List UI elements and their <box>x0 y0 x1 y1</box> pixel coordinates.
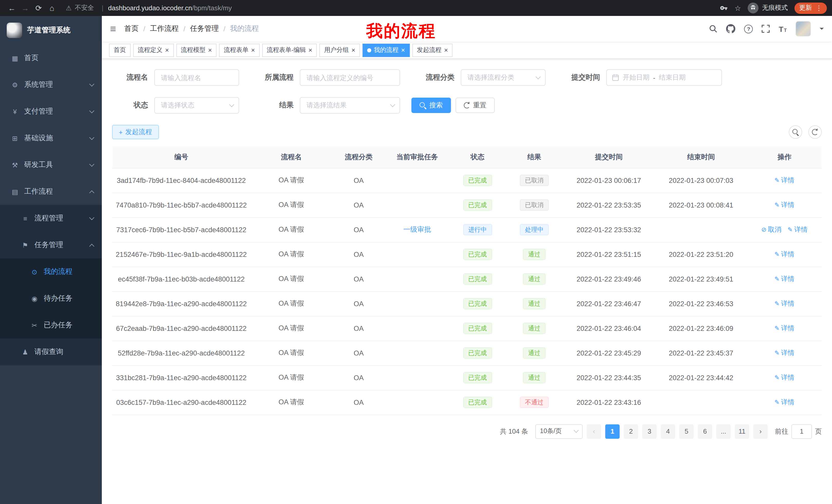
cell-status: 已完成 <box>449 365 506 390</box>
sidebar-item-我的流程[interactable]: ⊙我的流程 <box>0 258 102 285</box>
browser-reload-icon[interactable]: ⟳ <box>32 3 45 12</box>
sidebar-item-系统管理[interactable]: ⚙系统管理 <box>0 72 102 98</box>
breadcrumb-item[interactable]: 任务管理 <box>190 24 219 33</box>
breadcrumb-item[interactable]: 工作流程 <box>150 24 179 33</box>
page-button-11[interactable]: 11 <box>735 424 749 439</box>
tab-label: 发起流程 <box>417 46 441 54</box>
page-button-2[interactable]: 2 <box>624 424 638 439</box>
page-button-6[interactable]: 6 <box>698 424 712 439</box>
page-button-5[interactable]: 5 <box>679 424 694 439</box>
tab-发起流程[interactable]: 发起流程× <box>412 44 452 57</box>
current-task-link[interactable]: 一级审批 <box>404 226 431 233</box>
bookmark-star-icon[interactable]: ☆ <box>734 4 741 12</box>
pagination: 共 104 条 10条/页 ‹ 123456...11 › 前往 页 <box>112 424 822 449</box>
site-security[interactable]: ⚠ 不安全 | <box>66 4 108 12</box>
table-search-toggle-icon[interactable] <box>789 125 802 139</box>
create-process-button[interactable]: + 发起流程 <box>112 125 159 139</box>
sidebar-item-已办任务[interactable]: ✂已办任务 <box>0 312 102 339</box>
parent-process-input[interactable] <box>300 69 400 86</box>
fontsize-icon[interactable]: TT <box>779 25 787 33</box>
sidebar-item-请假查询[interactable]: ♟请假查询 <box>0 339 102 365</box>
sidebar-item-基础设施[interactable]: ⊞基础设施 <box>0 125 102 151</box>
cell-status: 已完成 <box>449 316 506 341</box>
tab-流程模型[interactable]: 流程模型× <box>176 44 216 57</box>
detail-action[interactable]: ✎详情 <box>774 299 795 308</box>
sidebar-item-流程管理[interactable]: ≡流程管理 <box>0 205 102 232</box>
jump-page-input[interactable] <box>791 424 812 439</box>
address-bar[interactable]: dashboard.yudao.iocoder.cn/bpm/task/my <box>108 4 232 12</box>
close-icon[interactable]: × <box>444 47 448 53</box>
close-icon[interactable]: × <box>309 47 312 53</box>
divider: | <box>102 4 103 12</box>
process-name-input[interactable] <box>154 69 239 86</box>
page-button-1[interactable]: 1 <box>605 424 620 439</box>
cell-submit-time: 2022-01-22 23:53:32 <box>563 217 655 242</box>
page-size-select[interactable]: 10条/页 <box>535 424 582 439</box>
tab-用户分组[interactable]: 用户分组× <box>319 44 360 57</box>
tab-流程表单-编辑[interactable]: 流程表单-编辑× <box>262 44 317 57</box>
action-label: 取消 <box>768 225 781 234</box>
detail-action[interactable]: ✎详情 <box>774 250 795 259</box>
close-icon[interactable]: × <box>165 47 169 53</box>
caret-down-icon[interactable] <box>820 28 824 32</box>
close-icon[interactable]: × <box>401 47 405 53</box>
browser-menu-icon[interactable]: ⋮ <box>815 4 822 12</box>
cancel-action[interactable]: ⊘取消 <box>761 225 781 234</box>
help-icon[interactable]: ? <box>744 24 753 33</box>
sidebar-item-工作流程[interactable]: ▤工作流程 <box>0 178 102 205</box>
detail-action[interactable]: ✎详情 <box>774 373 795 382</box>
sidebar-item-首页[interactable]: ▦首页 <box>0 45 102 72</box>
detail-action[interactable]: ✎详情 <box>774 176 795 185</box>
detail-action[interactable]: ✎详情 <box>774 348 795 358</box>
avatar[interactable] <box>796 21 811 36</box>
sidebar-item-待办任务[interactable]: ◉待办任务 <box>0 285 102 312</box>
search-button[interactable]: 搜索 <box>411 97 451 113</box>
action-label: 详情 <box>781 299 795 308</box>
sidebar-item-任务管理[interactable]: ⚑任务管理 <box>0 232 102 258</box>
sidebar-item-研发工具[interactable]: ⚒研发工具 <box>0 151 102 178</box>
sidebar-toggle-icon[interactable]: ≡ <box>110 24 116 34</box>
prev-page-button[interactable]: ‹ <box>587 424 601 439</box>
password-key-icon[interactable] <box>720 4 728 12</box>
page-button-3[interactable]: 3 <box>642 424 657 439</box>
sidebar-item-支付管理[interactable]: ¥支付管理 <box>0 98 102 125</box>
table-header: 编号流程名流程分类当前审批任务状态结果提交时间结束时间操作 <box>112 146 822 168</box>
github-icon[interactable] <box>726 24 735 33</box>
close-icon[interactable]: × <box>208 47 212 53</box>
cell-id: 331bc281-7b9a-11ec-a290-acde48001122 <box>112 365 251 390</box>
page-more-button[interactable]: ... <box>716 424 731 439</box>
breadcrumb-item[interactable]: 首页 <box>124 24 138 33</box>
tab-流程表单[interactable]: 流程表单× <box>219 44 259 57</box>
gear-icon: ⚙ <box>10 81 20 89</box>
detail-action[interactable]: ✎详情 <box>774 274 795 284</box>
close-icon[interactable]: × <box>352 47 355 53</box>
detail-action[interactable]: ✎详情 <box>774 398 795 407</box>
app-logo-row[interactable]: 芋道管理系统 <box>0 16 102 45</box>
result-select[interactable]: 请选择流结果 <box>300 97 400 114</box>
cell-current-task <box>385 341 449 365</box>
submit-time-range-picker[interactable]: 开始日期 - 结束日期 <box>606 69 722 86</box>
category-select[interactable]: 请选择流程分类 <box>461 69 546 86</box>
browser-home-icon[interactable]: ⌂ <box>45 4 59 12</box>
close-icon[interactable]: × <box>251 47 255 53</box>
page-size-label: 10条/页 <box>540 427 562 436</box>
status-select[interactable]: 请选择状态 <box>154 97 239 114</box>
browser-forward-icon[interactable]: → <box>19 4 32 12</box>
table-refresh-icon[interactable] <box>808 125 822 139</box>
detail-action[interactable]: ✎详情 <box>787 225 808 234</box>
detail-action[interactable]: ✎详情 <box>774 200 795 209</box>
fullscreen-icon[interactable] <box>762 25 770 33</box>
detail-action[interactable]: ✎详情 <box>774 324 795 333</box>
browser-back-icon[interactable]: ← <box>5 4 19 12</box>
reset-button[interactable]: 重置 <box>456 97 495 113</box>
cell-end-time <box>655 390 747 415</box>
page-button-4[interactable]: 4 <box>661 424 675 439</box>
tab-我的流程[interactable]: 我的流程× <box>363 44 410 57</box>
action-label: 详情 <box>781 176 795 185</box>
search-icon[interactable] <box>709 25 718 33</box>
next-page-button[interactable]: › <box>753 424 768 439</box>
browser-update-button[interactable]: 更新 ⋮ <box>795 2 827 13</box>
tab-流程定义[interactable]: 流程定义× <box>133 44 174 57</box>
detail-icon: ✎ <box>774 300 780 307</box>
tab-首页[interactable]: 首页 <box>109 44 131 57</box>
